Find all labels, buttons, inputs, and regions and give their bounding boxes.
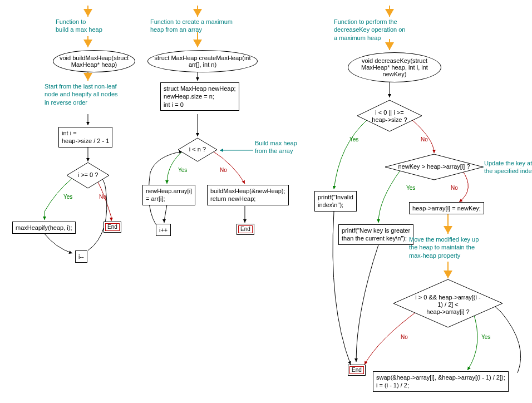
no-label: No — [99, 194, 106, 200]
terminal-createmaxheap: struct MaxHeap createMaxHeap(int arr[], … — [147, 50, 258, 72]
end-flow2: End — [237, 224, 254, 235]
decision-i-ge-0: i >= 0 ? — [66, 161, 110, 190]
decision-index-bounds: i < 0 || i >= heap->size ? — [356, 99, 423, 134]
decision-text: i > 0 && heap->array[(i - 1) / 2] < heap… — [403, 294, 492, 316]
no-label: No — [220, 167, 227, 173]
comment-update-key: Update the key at the specified index — [484, 159, 532, 175]
process-newheap-init: struct MaxHeap newHeap; newHeap.size = n… — [160, 82, 239, 111]
process-key-greater: printf("New key is greater than the curr… — [338, 224, 413, 245]
decision-i-lt-n: i < n ? — [177, 137, 218, 164]
comment-move-up: Move the modified key up the heap to mai… — [409, 235, 479, 259]
decision-text: i < 0 || i >= heap->size ? — [356, 109, 423, 124]
terminal-decreasekey: void decreaseKey(struct MaxHeap* heap, i… — [348, 52, 441, 82]
process-invalid-index: printf("Invalid index\n"); — [314, 191, 357, 212]
process-copy-array: newHeap.array[i] = arr[i]; — [142, 185, 195, 205]
decision-text: newKey > heap->array[i] ? — [384, 163, 484, 170]
process-build-return: buildMaxHeap(&newHeap); return newHeap; — [207, 185, 289, 205]
no-label: No — [421, 136, 428, 142]
comment-decreasekey: Function to perform the decreaseKey oper… — [334, 18, 405, 42]
yes-label: Yes — [406, 185, 415, 191]
process-swap: swap(&heap->array[i], &heap->array[(i - … — [373, 371, 509, 392]
yes-label: Yes — [481, 334, 490, 340]
no-label: No — [401, 334, 408, 340]
end-flow1: End — [104, 222, 121, 233]
terminal-buildmaxheap: void buildMaxHeap(struct MaxHeap* heap) — [53, 50, 135, 72]
yes-label: Yes — [349, 136, 358, 142]
process-i-increment: i++ — [156, 224, 171, 236]
comment-heapify-order: Start from the last non-leaf node and he… — [45, 82, 118, 106]
end-flow3: End — [348, 365, 366, 376]
decision-newkey-greater: newKey > heap->array[i] ? — [384, 153, 484, 182]
process-i-decrement: i-- — [75, 250, 87, 263]
terminal-text: void decreaseKey(struct MaxHeap* heap, i… — [361, 57, 428, 77]
decision-text: i >= 0 ? — [66, 171, 110, 179]
comment-build-heap: Function to build a max heap — [56, 18, 102, 34]
terminal-text: void buildMaxHeap(struct MaxHeap* heap) — [60, 55, 129, 68]
comment-create-heap: Function to create a maximum heap from a… — [150, 18, 233, 34]
process-maxheapify: maxHeapify(heap, i); — [12, 222, 76, 234]
comment-build-from-array: Build max heap from the array — [255, 139, 297, 155]
decision-text: i < n ? — [177, 146, 218, 153]
process-init-i: int i = heap->size / 2 - 1 — [58, 127, 112, 148]
no-label: No — [451, 185, 458, 191]
yes-label: Yes — [178, 167, 187, 173]
terminal-text: struct MaxHeap createMaxHeap(int arr[], … — [154, 55, 250, 68]
process-assign-newkey: heap->array[i] = newKey; — [409, 202, 484, 214]
decision-heap-property: i > 0 && heap->array[(i - 1) / 2] < heap… — [392, 278, 504, 330]
yes-label: Yes — [63, 194, 72, 200]
